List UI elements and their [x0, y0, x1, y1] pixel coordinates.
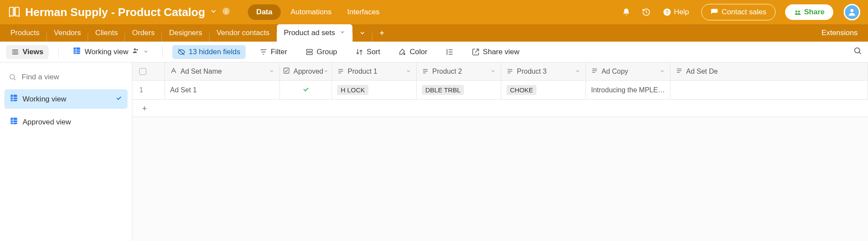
svg-rect-21: [306, 49, 312, 52]
help-button[interactable]: ? Help: [658, 8, 694, 16]
hidden-fields-button[interactable]: 13 hidden fields: [172, 45, 246, 59]
column-header-name[interactable]: Ad Set Name: [165, 62, 280, 80]
share-view-label: Share view: [483, 48, 519, 56]
column-header-adcopy[interactable]: Ad Copy: [586, 62, 671, 80]
share-label: Share: [804, 8, 825, 16]
chevron-down-icon[interactable]: [490, 68, 496, 75]
cell-product3[interactable]: CHOKE: [501, 81, 586, 99]
nav-automations[interactable]: Automations: [284, 4, 338, 20]
current-view-button[interactable]: Working view: [68, 44, 153, 60]
cell-adsetde[interactable]: [671, 81, 868, 99]
check-icon: [115, 94, 122, 104]
table-row[interactable]: 1 Ad Set 1 H LOCK DBLE TRBL CHOKE: [132, 81, 868, 100]
tab-vendor-contacts[interactable]: Vendor contacts: [210, 24, 276, 42]
sidebar-view-working[interactable]: Working view: [4, 89, 128, 109]
more-tables-button[interactable]: [353, 24, 372, 42]
notifications-icon[interactable]: [618, 4, 634, 20]
checkbox-field-icon: [283, 67, 290, 76]
cell-product2[interactable]: DBLE TRBL: [417, 81, 501, 99]
extensions-button[interactable]: Extensions: [815, 24, 868, 42]
longtext-field-icon: [676, 67, 683, 76]
tab-orders[interactable]: Orders: [125, 24, 161, 42]
row-height-button[interactable]: [441, 46, 458, 59]
column-label: Product 2: [432, 68, 462, 75]
column-label: Product 3: [517, 68, 546, 75]
sort-label: Sort: [367, 48, 380, 56]
chevron-down-icon[interactable]: [323, 68, 329, 75]
sidebar-view-label: Working view: [23, 95, 66, 104]
color-button[interactable]: Color: [394, 45, 432, 59]
share-button[interactable]: Share: [785, 4, 833, 20]
tab-clients[interactable]: Clients: [88, 24, 125, 42]
svg-rect-14: [73, 48, 80, 54]
find-view-input[interactable]: [21, 72, 123, 82]
tab-products[interactable]: Products: [3, 24, 46, 42]
hidden-fields-label: 13 hidden fields: [189, 48, 240, 56]
cell-name[interactable]: Ad Set 1: [165, 81, 280, 99]
base-title[interactable]: Herman Supply - Product Catalog: [25, 6, 205, 19]
grid-header-row: Ad Set Name Approved: [132, 62, 868, 81]
row-number[interactable]: 1: [132, 81, 165, 99]
text-field-icon: [170, 67, 177, 76]
sidebar-view-approved[interactable]: Approved view: [4, 112, 128, 132]
tab-vendors[interactable]: Vendors: [47, 24, 88, 42]
tab-designers[interactable]: Designers: [162, 24, 209, 42]
column-label: Ad Set De: [686, 68, 718, 75]
tab-product-ad-sets[interactable]: Product ad sets: [277, 24, 352, 42]
info-icon[interactable]: [222, 7, 230, 17]
svg-rect-22: [306, 52, 312, 55]
chevron-down-icon[interactable]: [660, 68, 665, 75]
help-label: Help: [674, 8, 689, 16]
add-row-button[interactable]: [132, 100, 868, 117]
group-button[interactable]: Group: [301, 45, 342, 59]
cell-approved[interactable]: [280, 81, 332, 99]
add-table-button[interactable]: [372, 24, 391, 42]
linked-record-token[interactable]: DBLE TRBL: [422, 85, 464, 95]
color-label: Color: [410, 48, 427, 56]
column-header-approved[interactable]: Approved: [280, 62, 332, 80]
chevron-down-icon[interactable]: [269, 68, 274, 75]
column-header-product2[interactable]: Product 2: [417, 62, 501, 80]
share-view-button[interactable]: Share view: [467, 45, 524, 59]
find-view-search[interactable]: [4, 68, 128, 86]
svg-line-31: [14, 78, 15, 80]
sort-button[interactable]: Sort: [351, 45, 385, 59]
chevron-down-icon: [143, 48, 148, 56]
chevron-down-icon[interactable]: [406, 68, 411, 75]
linked-record-token[interactable]: CHOKE: [506, 85, 536, 95]
column-header-product3[interactable]: Product 3: [501, 62, 586, 80]
cell-product1[interactable]: H LOCK: [332, 81, 417, 99]
grid-empty-space: [132, 117, 868, 241]
link-field-icon: [422, 67, 429, 76]
checkbox-icon[interactable]: [139, 68, 146, 75]
svg-point-28: [855, 48, 860, 53]
svg-point-30: [10, 75, 15, 79]
chevron-down-icon[interactable]: [339, 29, 345, 37]
column-header-product1[interactable]: Product 1: [332, 62, 417, 80]
table-tabs-bar: Products Vendors Clients Orders Designer…: [0, 24, 868, 42]
views-label: Views: [23, 48, 43, 56]
search-icon[interactable]: [853, 46, 862, 57]
chevron-down-icon[interactable]: [210, 7, 217, 17]
contact-sales-button[interactable]: Contact sales: [701, 4, 776, 20]
contact-sales-label: Contact sales: [722, 8, 766, 16]
svg-point-19: [136, 49, 138, 51]
avatar[interactable]: [844, 4, 860, 20]
svg-point-18: [134, 49, 136, 51]
linked-record-token[interactable]: H LOCK: [337, 85, 368, 95]
column-header-adsetde[interactable]: Ad Set De: [671, 62, 868, 80]
views-button[interactable]: Views: [6, 45, 49, 59]
cell-adcopy[interactable]: Introducing the MPLE Col...: [586, 81, 671, 99]
nav-interfaces[interactable]: Interfaces: [341, 4, 386, 20]
select-all-cell[interactable]: [132, 62, 165, 80]
column-label: Ad Copy: [602, 68, 628, 75]
nav-data[interactable]: Data: [248, 4, 281, 20]
column-label: Approved: [293, 68, 323, 75]
filter-button[interactable]: Filter: [255, 45, 292, 59]
filter-label: Filter: [271, 48, 287, 56]
column-label: Ad Set Name: [181, 68, 222, 75]
chevron-down-icon[interactable]: [575, 68, 580, 75]
history-icon[interactable]: [638, 4, 654, 20]
top-bar: Herman Supply - Product Catalog Data Aut…: [0, 0, 868, 24]
svg-line-29: [859, 52, 861, 54]
